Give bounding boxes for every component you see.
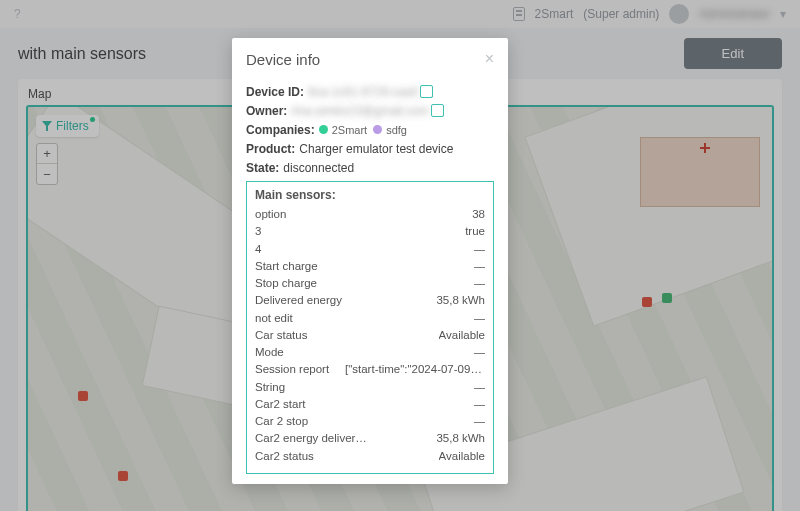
device-id-value: 8ca-1c61-9729-caa0	[308, 85, 418, 99]
owner-label: Owner:	[246, 104, 287, 118]
companies-label: Companies:	[246, 123, 315, 137]
sensor-name: Car status	[255, 327, 439, 344]
sensor-value: —	[474, 379, 486, 396]
sensor-row: String—	[255, 379, 485, 396]
sensor-name: Session report	[255, 361, 345, 378]
company-chip: 2Smart	[319, 124, 367, 136]
sensor-value: 35,8 kWh	[436, 430, 485, 447]
sensor-name: Car2 start	[255, 396, 474, 413]
product-value: Charger emulator test device	[299, 142, 453, 156]
sensor-name: Car 2 stop	[255, 413, 474, 430]
sensor-row: Car2 statusAvailable	[255, 448, 485, 465]
sensor-name: String	[255, 379, 474, 396]
sensor-value: —	[474, 396, 486, 413]
main-sensors-box: Main sensors: option383true4—Start charg…	[246, 181, 494, 474]
owner-row: Owner: rina.senkiv23@gmail.com	[246, 104, 494, 118]
sensor-name: 4	[255, 241, 474, 258]
sensor-row: Car 2 stop—	[255, 413, 485, 430]
device-id-label: Device ID:	[246, 85, 304, 99]
modal-title: Device info	[246, 51, 320, 68]
sensor-value: —	[474, 241, 486, 258]
sensor-name: Car2 energy deliver…	[255, 430, 436, 447]
device-info-modal: Device info × Device ID: 8ca-1c61-9729-c…	[232, 38, 508, 484]
sensor-row: Session report["start-time":"2024-07-09T…	[255, 361, 485, 378]
sensor-value: ["start-time":"2024-07-09T13:53:03.63…	[345, 361, 485, 378]
sensor-name: option	[255, 206, 472, 223]
sensor-value: —	[474, 413, 486, 430]
state-label: State:	[246, 161, 279, 175]
sensor-row: not edit—	[255, 310, 485, 327]
sensor-row: Car statusAvailable	[255, 327, 485, 344]
sensor-value: 35,8 kWh	[436, 292, 485, 309]
state-row: State: disconnected	[246, 161, 494, 175]
product-row: Product: Charger emulator test device	[246, 142, 494, 156]
sensor-row: Car2 energy deliver…35,8 kWh	[255, 430, 485, 447]
sensor-row: 4—	[255, 241, 485, 258]
sensor-value: —	[474, 275, 486, 292]
owner-value: rina.senkiv23@gmail.com	[291, 104, 429, 118]
sensor-row: Start charge—	[255, 258, 485, 275]
sensor-name: 3	[255, 223, 465, 240]
sensor-row: Stop charge—	[255, 275, 485, 292]
sensor-name: Car2 status	[255, 448, 439, 465]
sensor-name: Delivered energy	[255, 292, 436, 309]
device-id-row: Device ID: 8ca-1c61-9729-caa0	[246, 85, 494, 99]
sensor-value: —	[474, 344, 486, 361]
sensor-value: 38	[472, 206, 485, 223]
sensor-row: Car2 start—	[255, 396, 485, 413]
sensor-name: Stop charge	[255, 275, 474, 292]
product-label: Product:	[246, 142, 295, 156]
company-name: 2Smart	[332, 124, 367, 136]
copy-icon[interactable]	[433, 106, 444, 117]
sensor-value: Available	[439, 327, 485, 344]
sensor-value: Available	[439, 448, 485, 465]
sensor-row: 3true	[255, 223, 485, 240]
sensor-name: Start charge	[255, 258, 474, 275]
close-icon[interactable]: ×	[485, 50, 494, 68]
sensor-name: Mode	[255, 344, 474, 361]
sensor-value: true	[465, 223, 485, 240]
sensor-row: Delivered energy35,8 kWh	[255, 292, 485, 309]
copy-icon[interactable]	[422, 87, 433, 98]
sensor-value: —	[474, 258, 486, 275]
company-color-dot	[373, 125, 382, 134]
sensor-name: not edit	[255, 310, 474, 327]
sensor-row: Mode—	[255, 344, 485, 361]
company-name: sdfg	[386, 124, 407, 136]
company-chip: sdfg	[373, 124, 407, 136]
company-color-dot	[319, 125, 328, 134]
companies-row: Companies: 2Smartsdfg	[246, 123, 494, 137]
sensor-row: option38	[255, 206, 485, 223]
sensor-value: —	[474, 310, 486, 327]
sensors-header: Main sensors:	[255, 188, 485, 202]
state-value: disconnected	[283, 161, 354, 175]
